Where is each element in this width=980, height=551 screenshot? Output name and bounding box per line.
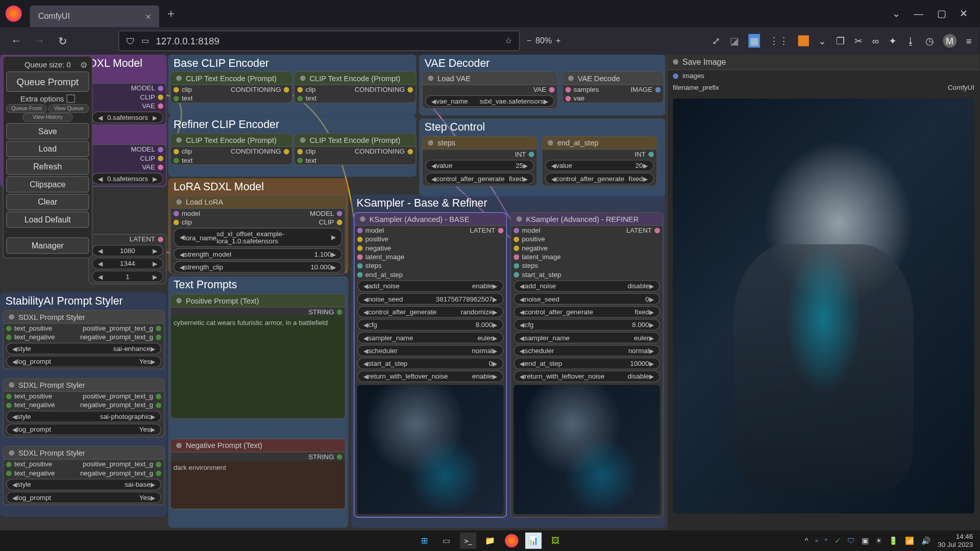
view-history-button[interactable]: View History xyxy=(23,113,73,121)
brightness-icon[interactable]: ☀ xyxy=(875,536,882,545)
output-image[interactable] xyxy=(673,98,974,513)
zoom-level: 80% xyxy=(535,36,552,46)
ext6-icon[interactable]: ✦ xyxy=(889,35,897,46)
app1-icon[interactable]: 📊 xyxy=(525,533,542,549)
extra-options-checkbox[interactable] xyxy=(67,94,75,103)
ext3-icon[interactable] xyxy=(798,35,808,46)
view-queue-button[interactable]: View Queue xyxy=(48,104,89,113)
explorer-icon[interactable]: ▭ xyxy=(438,533,454,549)
bluetooth-icon[interactable]: * xyxy=(825,537,828,545)
history-icon[interactable]: ◷ xyxy=(925,35,934,46)
strength-model-widget[interactable]: ◀strength_model1.100▶ xyxy=(174,248,342,260)
back-button[interactable]: ← xyxy=(8,33,24,49)
tray3-icon[interactable]: ▣ xyxy=(862,536,868,545)
menu-icon[interactable]: ≡ xyxy=(966,35,972,46)
firefox-tb-icon[interactable] xyxy=(503,533,520,549)
taskbar: ⊞ ▭ >_ 📁 📊 🖼 ^ ▫ * ✓ 🛡 ▣ ☀ 🔋 📶 🔊 14:46 3… xyxy=(0,531,980,551)
ext2-icon[interactable]: ⋮⋮ xyxy=(769,35,788,46)
node-ksampler-refiner[interactable]: KSampler (Advanced) - REFINER modelLATEN… xyxy=(510,212,664,518)
zoom-in-button[interactable]: + xyxy=(556,36,560,46)
node-clip-ref-2[interactable]: CLIP Text Encode (Prompt) clipCONDITIONI… xyxy=(294,133,416,165)
node-latent-partial[interactable]: LATENT ◀1080▶ ◀1344▶ ◀1▶ xyxy=(88,234,166,285)
manager-button[interactable]: Manager xyxy=(6,237,89,254)
preview-refiner xyxy=(513,385,660,514)
chevron-down-icon[interactable]: ⌄ xyxy=(892,8,900,19)
firefox-icon xyxy=(6,6,22,22)
node-clip-base-1[interactable]: CLIP Text Encode (Prompt) clipCONDITIONI… xyxy=(170,71,292,104)
chevron-up-icon[interactable]: ^ xyxy=(805,537,808,545)
start-icon[interactable]: ⊞ xyxy=(416,533,433,549)
node-steps[interactable]: steps INT ◀value25▶ ◀control_after_gener… xyxy=(422,136,537,187)
url-bar[interactable]: 🛡 ▭ ☆ xyxy=(118,31,520,51)
tab-title: ComfyUI xyxy=(38,12,70,21)
browser-titlebar: ComfyUI × + ⌄ — ▢ ✕ xyxy=(0,0,980,27)
ext4-icon[interactable]: ✂ xyxy=(854,35,863,46)
load-default-button[interactable]: Load Default xyxy=(6,212,89,228)
tray1-icon[interactable]: ▫ xyxy=(815,537,818,545)
ext1-icon[interactable]: ▦ xyxy=(748,34,760,48)
downloads-icon[interactable]: ⭳ xyxy=(906,35,916,46)
refresh-button[interactable]: Refresh xyxy=(6,159,89,175)
node-neg-prompt[interactable]: Negative Prompt (Text) STRING dark envir… xyxy=(170,439,346,510)
node-ksampler-base[interactable]: KSampler (Advanced) - BASE modelLATENT p… xyxy=(354,212,507,518)
clipspace-button[interactable]: Clipspace xyxy=(6,176,89,192)
node-clip-base-2[interactable]: CLIP Text Encode (Prompt) clipCONDITIONI… xyxy=(294,71,416,104)
save-image-title: Save Image xyxy=(682,57,726,67)
queue-prompt-button[interactable]: Queue Prompt xyxy=(6,71,89,92)
new-tab-button[interactable]: + xyxy=(167,7,175,21)
node-styler-3[interactable]: SDXL Prompt Styler text_positivepositive… xyxy=(3,446,164,505)
pocket-icon[interactable]: ⌄ xyxy=(818,35,826,46)
lora-name-widget[interactable]: ◀lora_namesd_xl_offset_example-lora_1.0.… xyxy=(174,228,342,247)
url-input[interactable] xyxy=(156,35,498,46)
defender-icon[interactable]: 🛡 xyxy=(847,537,855,545)
reload-button[interactable]: ↻ xyxy=(55,33,71,49)
window-close-icon[interactable]: ✕ xyxy=(960,8,968,19)
node-clip-ref-1[interactable]: CLIP Text Encode (Prompt) clipCONDITIONI… xyxy=(170,133,292,165)
save-button[interactable]: Save xyxy=(6,123,89,139)
fullscreen-icon[interactable]: ⤢ xyxy=(712,35,720,46)
positive-prompt-text[interactable]: cybernetic cat wears futuristic armor, i… xyxy=(171,316,345,418)
node-end-step[interactable]: end_at_step INT ◀value20▶ ◀control_after… xyxy=(542,136,657,187)
comfy-menu[interactable]: ⚙ Queue size: 0 Queue Prompt Extra optio… xyxy=(3,56,92,258)
load-button[interactable]: Load xyxy=(6,141,89,157)
battery-icon[interactable]: 🔋 xyxy=(889,536,898,545)
page-info-icon[interactable]: ▭ xyxy=(141,36,149,46)
node-base-model-partial[interactable]: MODEL CLIP VAE ◀0.safetensors▶ xyxy=(88,83,166,126)
wifi-icon[interactable]: 📶 xyxy=(905,536,915,545)
minimize-icon[interactable]: — xyxy=(914,8,923,19)
node-styler-1[interactable]: SDXL Prompt Styler text_positivepositive… xyxy=(3,310,164,369)
volume-icon[interactable]: 🔊 xyxy=(921,536,931,545)
node-load-vae[interactable]: Load VAE VAE ◀vae_namesdxl_vae.safetenso… xyxy=(422,71,558,109)
node-vae-decode[interactable]: VAE Decode samplesIMAGE vae xyxy=(562,71,664,104)
node-styler-2[interactable]: SDXL Prompt Styler text_positivepositive… xyxy=(3,378,164,437)
browser-toolbar: ← → ↻ 🛡 ▭ ☆ − 80% + ⤢ ◪ ▦ ⋮⋮ ⌄ ❐ ✂ ∞ ✦ ⭳… xyxy=(0,27,980,54)
close-icon[interactable]: × xyxy=(145,11,151,21)
strength-clip-widget[interactable]: ◀strength_clip10.000▶ xyxy=(174,261,342,273)
ublock-icon[interactable]: ◪ xyxy=(730,35,739,46)
node-pos-prompt[interactable]: Positive Prompt (Text) STRING cybernetic… xyxy=(170,294,346,419)
tray2-icon[interactable]: ✓ xyxy=(835,536,841,545)
clock[interactable]: 14:46 30 Jul 2023 xyxy=(938,533,973,549)
queue-front-button[interactable]: Queue Front xyxy=(6,104,47,113)
queue-size: Queue size: 0 xyxy=(6,59,89,70)
app2-icon[interactable]: 🖼 xyxy=(547,533,564,549)
node-lora[interactable]: Load LoRA modelMODEL clipCLIP ◀lora_name… xyxy=(170,195,346,275)
zoom-out-button[interactable]: − xyxy=(527,36,531,46)
extensions-icon[interactable]: ❐ xyxy=(836,35,845,46)
maximize-icon[interactable]: ▢ xyxy=(937,8,946,19)
shield-icon: 🛡 xyxy=(126,36,135,46)
node-refiner-model-partial[interactable]: MODEL CLIP VAE ◀0.safetensors▶ xyxy=(88,144,166,187)
browser-tab[interactable]: ComfyUI × xyxy=(30,6,159,28)
forward-button[interactable]: → xyxy=(31,33,47,49)
star-icon[interactable]: ☆ xyxy=(505,36,512,46)
negative-prompt-text[interactable]: dark environment xyxy=(171,461,345,509)
account-avatar[interactable]: M xyxy=(943,34,957,48)
terminal-icon[interactable]: >_ xyxy=(460,533,476,549)
clear-button[interactable]: Clear xyxy=(6,194,89,210)
gear-icon[interactable]: ⚙ xyxy=(80,61,88,70)
save-image-panel[interactable]: Save Image images filename_prefixComfyUI xyxy=(667,55,979,531)
folder-icon[interactable]: 📁 xyxy=(482,533,498,549)
preview-base xyxy=(357,385,504,514)
ext5-icon[interactable]: ∞ xyxy=(872,35,879,46)
